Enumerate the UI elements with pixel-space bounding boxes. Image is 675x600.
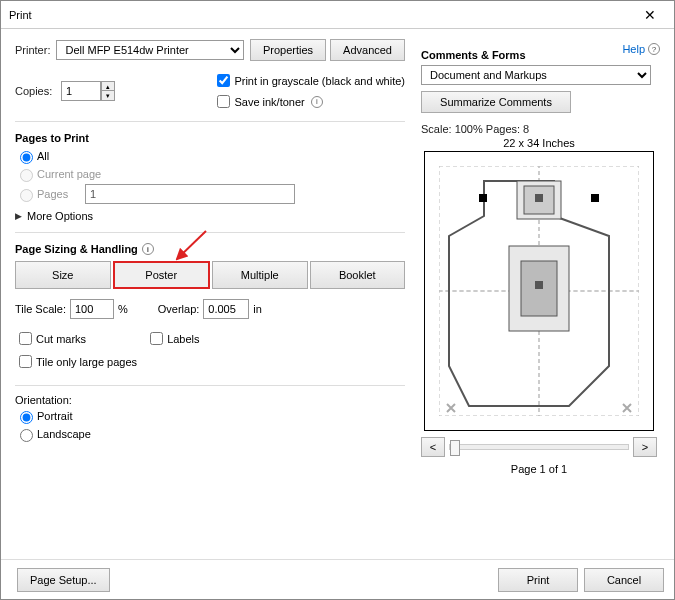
grayscale-checkbox[interactable]	[217, 74, 230, 87]
info-icon: i	[142, 243, 154, 255]
summarize-button[interactable]: Summarize Comments	[421, 91, 571, 113]
grayscale-label: Print in grayscale (black and white)	[234, 75, 405, 87]
next-page-button[interactable]: >	[633, 437, 657, 457]
advanced-button[interactable]: Advanced	[330, 39, 405, 61]
labels-checkbox[interactable]	[150, 332, 163, 345]
scale-info: Scale: 100% Pages: 8	[421, 123, 657, 135]
more-options-toggle[interactable]: ▶ More Options	[15, 210, 405, 222]
svg-rect-8	[535, 194, 543, 202]
overlap-input[interactable]	[203, 299, 249, 319]
pages-radio	[20, 189, 33, 202]
saveink-label: Save ink/toner	[234, 96, 304, 108]
print-dialog: Print ✕ Help ? Printer: Dell MFP E514dw …	[0, 0, 675, 600]
all-radio[interactable]	[20, 151, 33, 164]
properties-button[interactable]: Properties	[250, 39, 326, 61]
cutmarks-label: Cut marks	[36, 333, 86, 345]
page-setup-button[interactable]: Page Setup...	[17, 568, 110, 592]
copies-label: Copies:	[15, 85, 55, 97]
copies-input[interactable]	[61, 81, 101, 101]
labels-label: Labels	[167, 333, 199, 345]
pages-input	[85, 184, 295, 204]
info-icon: i	[311, 96, 323, 108]
printer-label: Printer:	[15, 44, 50, 56]
orientation-heading: Orientation:	[15, 394, 405, 406]
landscape-radio[interactable]	[20, 429, 33, 442]
help-link[interactable]: Help ?	[622, 43, 660, 55]
prev-page-button[interactable]: <	[421, 437, 445, 457]
help-icon: ?	[648, 43, 660, 55]
svg-rect-13	[591, 194, 599, 202]
current-radio	[20, 169, 33, 182]
stepper-down-icon[interactable]: ▾	[102, 91, 114, 100]
svg-rect-11	[535, 281, 543, 289]
comments-select[interactable]: Document and Markups	[421, 65, 651, 85]
slider-thumb[interactable]	[450, 440, 460, 456]
copies-stepper[interactable]: ▴▾	[101, 81, 115, 101]
pages-label: Pages	[37, 188, 85, 200]
tile-large-checkbox[interactable]	[19, 355, 32, 368]
tile-scale-suffix: %	[118, 303, 128, 315]
sizing-heading: Page Sizing & Handling	[15, 243, 138, 255]
portrait-radio[interactable]	[20, 411, 33, 424]
booklet-button[interactable]: Booklet	[310, 261, 406, 289]
portrait-label: Portrait	[37, 410, 72, 422]
landscape-label: Landscape	[37, 428, 91, 440]
triangle-right-icon: ▶	[15, 211, 22, 221]
tile-scale-label: Tile Scale:	[15, 303, 66, 315]
print-preview	[424, 151, 654, 431]
window-title: Print	[9, 9, 634, 21]
tile-scale-input[interactable]	[70, 299, 114, 319]
size-button[interactable]: Size	[15, 261, 111, 289]
dimensions-label: 22 x 34 Inches	[421, 137, 657, 149]
close-button[interactable]: ✕	[634, 7, 666, 23]
multiple-button[interactable]: Multiple	[212, 261, 308, 289]
overlap-label: Overlap:	[158, 303, 200, 315]
saveink-checkbox[interactable]	[217, 95, 230, 108]
overlap-suffix: in	[253, 303, 262, 315]
preview-content	[439, 166, 639, 416]
tile-large-label: Tile only large pages	[36, 356, 137, 368]
svg-rect-12	[479, 194, 487, 202]
page-indicator: Page 1 of 1	[421, 463, 657, 475]
pages-heading: Pages to Print	[15, 132, 405, 144]
help-label: Help	[622, 43, 645, 55]
more-options-label: More Options	[27, 210, 93, 222]
current-label: Current page	[37, 168, 101, 180]
annotation-arrow	[171, 229, 211, 269]
stepper-up-icon[interactable]: ▴	[102, 82, 114, 91]
printer-select[interactable]: Dell MFP E514dw Printer	[56, 40, 243, 60]
all-label: All	[37, 150, 49, 162]
print-button[interactable]: Print	[498, 568, 578, 592]
cutmarks-checkbox[interactable]	[19, 332, 32, 345]
cancel-button[interactable]: Cancel	[584, 568, 664, 592]
titlebar: Print ✕	[1, 1, 674, 29]
svg-line-0	[177, 231, 206, 259]
page-slider[interactable]	[449, 444, 629, 450]
